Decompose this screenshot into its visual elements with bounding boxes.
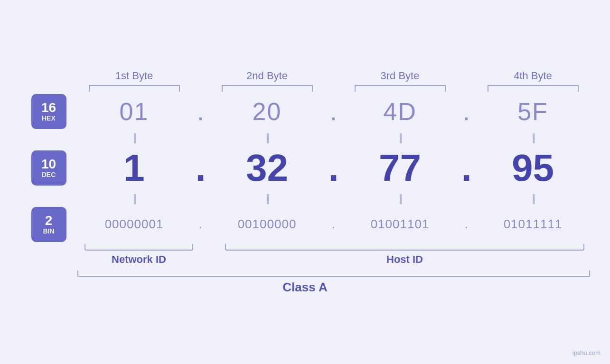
bin-val-1: 00000001: [77, 217, 191, 232]
main-layout: 1st Byte 2nd Byte 3rd Byte 4th Byte 16 H…: [20, 0, 590, 364]
network-id-section: Network ID: [77, 244, 201, 266]
bin-row: 2 BIN 00000001 . 00100000 . 01001101 . 0…: [20, 207, 590, 242]
bin-dot-2: .: [324, 217, 343, 232]
hex-dot-1: .: [191, 97, 210, 126]
dec-badge-col: 10 DEC: [20, 150, 77, 186]
hex-val-3: 4D: [343, 97, 457, 126]
id-brackets-row: Network ID Host ID: [77, 244, 590, 266]
dec-dot-1: .: [191, 149, 210, 187]
hex-badge-col: 16 HEX: [20, 94, 77, 129]
host-bracket-bottom: [225, 244, 584, 251]
bracket-top-1: [89, 85, 180, 92]
dec-val-4: 95: [476, 146, 590, 190]
host-id-label: Host ID: [386, 253, 423, 266]
bracket-top-4: [488, 85, 579, 92]
hex-dot-2: .: [324, 97, 343, 126]
dec-val-1: 1: [77, 146, 191, 190]
dec-val-3: 77: [343, 146, 457, 190]
eq2-cell-3: ||: [343, 192, 457, 205]
byte-label-2: 2nd Byte: [210, 70, 324, 92]
equals-row-2: || || || ||: [20, 190, 590, 207]
bin-val-4: 01011111: [476, 217, 590, 232]
network-id-label: Network ID: [112, 253, 166, 266]
hex-badge: 16 HEX: [31, 94, 66, 129]
eq2-cell-4: ||: [476, 192, 590, 205]
bin-val-3: 01001101: [343, 217, 457, 232]
eq1-cell-1: ||: [77, 131, 191, 144]
bin-badge-col: 2 BIN: [20, 207, 77, 242]
class-section: Class A: [20, 271, 590, 295]
bin-badge: 2 BIN: [31, 207, 66, 242]
host-id-section: Host ID: [220, 244, 590, 266]
bracket-top-2: [222, 85, 313, 92]
dec-row: 10 DEC 1 . 32 . 77 . 95: [20, 146, 590, 190]
bracket-top-3: [355, 85, 446, 92]
watermark: ipshu.com: [572, 349, 601, 356]
dec-dot-3: .: [457, 149, 476, 187]
hex-val-2: 20: [210, 97, 324, 126]
eq2-cell-2: ||: [210, 192, 324, 205]
class-bracket: [77, 271, 590, 277]
hex-val-1: 01: [77, 97, 191, 126]
bin-val-2: 00100000: [210, 217, 324, 232]
dec-badge: 10 DEC: [31, 150, 66, 186]
dec-dot-2: .: [324, 149, 343, 187]
network-bracket-bottom: [84, 244, 193, 251]
eq1-cell-4: ||: [476, 131, 590, 144]
hex-dot-3: .: [457, 97, 476, 126]
byte-label-4: 4th Byte: [476, 70, 590, 92]
byte-labels-row: 1st Byte 2nd Byte 3rd Byte 4th Byte: [77, 70, 590, 92]
class-label: Class A: [282, 280, 327, 295]
bin-dot-1: .: [191, 217, 210, 232]
eq2-cell-1: ||: [77, 192, 191, 205]
dec-val-2: 32: [210, 146, 324, 190]
bin-dot-3: .: [457, 217, 476, 232]
equals-row-1: || || || ||: [20, 129, 590, 146]
eq1-cell-3: ||: [343, 131, 457, 144]
eq1-cell-2: ||: [210, 131, 324, 144]
hex-row: 16 HEX 01 . 20 . 4D . 5F: [20, 94, 590, 129]
byte-label-3: 3rd Byte: [343, 70, 457, 92]
hex-val-4: 5F: [476, 97, 590, 126]
byte-label-1: 1st Byte: [77, 70, 191, 92]
